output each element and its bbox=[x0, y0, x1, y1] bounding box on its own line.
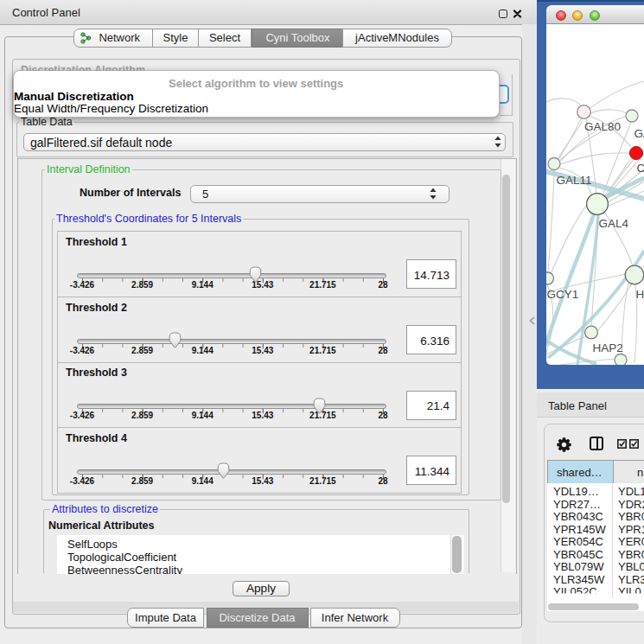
svg-text:GAL80: GAL80 bbox=[584, 120, 621, 133]
svg-text:GCY1: GCY1 bbox=[547, 288, 579, 301]
svg-text:CY: CY bbox=[637, 162, 644, 175]
svg-text:H: H bbox=[636, 288, 644, 301]
svg-text:GA: GA bbox=[634, 127, 644, 140]
svg-text:HAP2: HAP2 bbox=[593, 341, 623, 354]
svg-text:GAL4: GAL4 bbox=[599, 217, 629, 230]
svg-text:GAL11: GAL11 bbox=[557, 174, 592, 187]
